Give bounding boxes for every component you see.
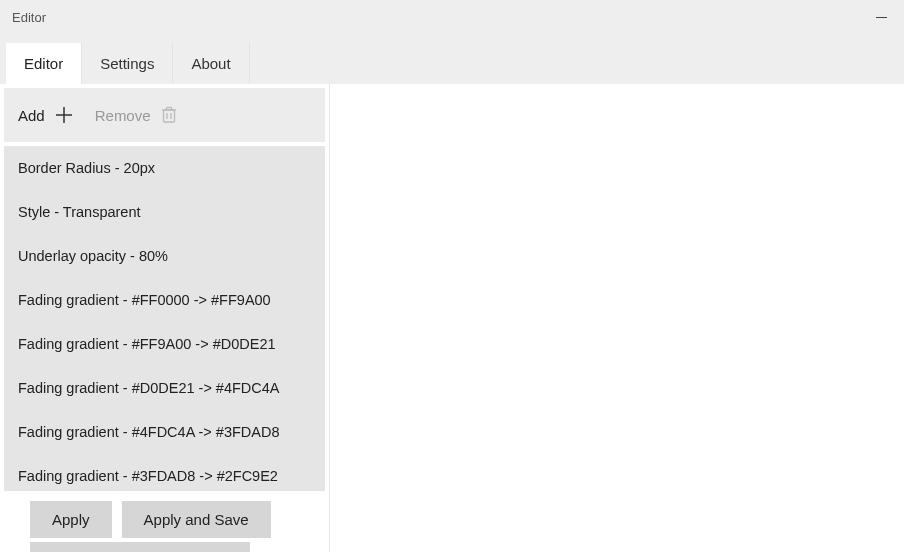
list-item[interactable]: Fading gradient - #3FDAD8 -> #2FC9E2 <box>4 454 325 491</box>
list-item[interactable]: Fading gradient - #D0DE21 -> #4FDC4A <box>4 366 325 410</box>
list-item[interactable]: Fading gradient - #FF9A00 -> #D0DE21 <box>4 322 325 366</box>
tab-label: Editor <box>24 55 63 72</box>
apply-save-button[interactable]: Apply and Save <box>122 501 271 538</box>
add-button[interactable]: Add <box>18 106 73 124</box>
effect-list: Border Radius - 20px Style - Transparent… <box>4 146 325 491</box>
apply-label: Apply <box>52 511 90 528</box>
list-item-text: Fading gradient - #FF9A00 -> #D0DE21 <box>18 336 276 352</box>
action-button-row: Apply Apply and Save <box>0 495 329 540</box>
main-content: Add Remove <box>0 84 904 552</box>
tab-editor[interactable]: Editor <box>6 43 82 84</box>
trash-icon <box>161 106 177 124</box>
list-item-text: Style - Transparent <box>18 204 141 220</box>
add-label: Add <box>18 107 45 124</box>
list-item-text: Fading gradient - #4FDC4A -> #3FDAD8 <box>18 424 280 440</box>
list-item[interactable]: Style - Transparent <box>4 190 325 234</box>
list-item[interactable]: Fading gradient - #FF0000 -> #FF9A00 <box>4 278 325 322</box>
tab-about[interactable]: About <box>173 43 249 84</box>
tab-label: About <box>191 55 230 72</box>
remove-label: Remove <box>95 107 151 124</box>
minimize-icon <box>876 17 887 18</box>
apply-button[interactable]: Apply <box>30 501 112 538</box>
list-item-text: Fading gradient - #FF0000 -> #FF9A00 <box>18 292 271 308</box>
list-item-text: Underlay opacity - 80% <box>18 248 168 264</box>
list-item-text: Fading gradient - #3FDAD8 -> #2FC9E2 <box>18 468 278 484</box>
svg-rect-2 <box>163 110 174 122</box>
list-item[interactable]: Underlay opacity - 80% <box>4 234 325 278</box>
tab-settings[interactable]: Settings <box>82 43 173 84</box>
window-controls <box>858 0 904 34</box>
list-item[interactable]: Fading gradient - #4FDC4A -> #3FDAD8 <box>4 410 325 454</box>
minimize-button[interactable] <box>858 0 904 34</box>
list-toolbar: Add Remove <box>4 88 325 142</box>
list-item-text: Border Radius - 20px <box>18 160 155 176</box>
effect-list-scroll[interactable]: Border Radius - 20px Style - Transparent… <box>4 146 325 491</box>
list-item[interactable]: Border Radius - 20px <box>4 146 325 190</box>
window-title: Editor <box>12 10 46 25</box>
left-panel: Add Remove <box>0 84 330 552</box>
stub-button[interactable] <box>30 542 250 552</box>
list-item-text: Fading gradient - #D0DE21 -> #4FDC4A <box>18 380 280 396</box>
stub-row <box>0 540 329 552</box>
preview-area <box>330 84 904 552</box>
apply-save-label: Apply and Save <box>144 511 249 528</box>
window-titlebar: Editor <box>0 0 904 34</box>
tab-label: Settings <box>100 55 154 72</box>
tab-bar: Editor Settings About <box>0 34 904 84</box>
plus-icon <box>55 106 73 124</box>
remove-button[interactable]: Remove <box>95 106 177 124</box>
